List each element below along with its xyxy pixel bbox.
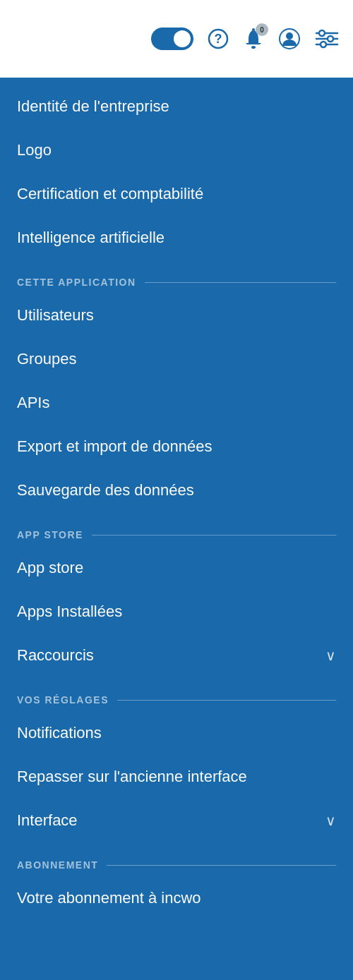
svg-point-9	[328, 36, 333, 42]
menu-item-interface[interactable]: Interface ∨	[0, 799, 353, 842]
chevron-down-icon: ∨	[325, 647, 336, 664]
svg-point-2	[251, 46, 256, 49]
header: ? 0	[0, 0, 353, 78]
settings-icon[interactable]	[315, 28, 339, 49]
section-title: ABONNEMENT	[17, 859, 98, 871]
menu-item-label: App store	[17, 559, 83, 577]
section-header-vos-reglages: VOS RÉGLAGES	[0, 677, 353, 711]
menu-item-label: Logo	[17, 141, 52, 159]
section-divider	[107, 865, 336, 866]
svg-point-5	[286, 32, 293, 40]
menu-item-ai[interactable]: Intelligence artificielle	[0, 216, 353, 260]
notification-badge: 0	[256, 23, 268, 36]
menu-item-label: Utilisateurs	[17, 306, 94, 325]
section-divider	[117, 700, 336, 701]
menu-item-identite[interactable]: Identité de l'entreprise	[0, 85, 353, 128]
menu-item-groupes[interactable]: Groupes	[0, 337, 353, 381]
menu-item-label: Interface	[17, 811, 78, 830]
theme-toggle[interactable]	[151, 28, 193, 50]
menu-item-label: APIs	[17, 394, 49, 412]
svg-point-7	[319, 30, 325, 36]
menu-item-utilisateurs[interactable]: Utilisateurs	[0, 294, 353, 337]
notification-icon[interactable]: 0	[243, 28, 264, 50]
section-divider	[92, 535, 336, 536]
toggle-knob	[174, 30, 191, 47]
section-header-abonnement: ABONNEMENT	[0, 842, 353, 876]
help-icon[interactable]: ?	[208, 28, 229, 49]
menu-item-sauvegarde[interactable]: Sauvegarde des données	[0, 468, 353, 512]
menu-item-label: Identité de l'entreprise	[17, 97, 169, 116]
section-title: APP STORE	[17, 529, 83, 540]
section-title: VOS RÉGLAGES	[17, 694, 109, 706]
menu-item-label: Votre abonnement à incwo	[17, 889, 201, 907]
menu-item-label: Apps Installées	[17, 603, 122, 621]
svg-point-11	[321, 42, 326, 47]
menu-item-apis[interactable]: APIs	[0, 381, 353, 425]
menu-item-label: Raccourcis	[17, 646, 94, 665]
menu-item-export[interactable]: Export et import de données	[0, 425, 353, 468]
menu-item-abonnement[interactable]: Votre abonnement à incwo	[0, 876, 353, 920]
menu-item-notifications[interactable]: Notifications	[0, 711, 353, 755]
menu-item-label: Intelligence artificielle	[17, 229, 164, 247]
menu-item-label: Repasser sur l'ancienne interface	[17, 768, 247, 786]
chevron-down-icon: ∨	[325, 812, 336, 829]
menu-item-logo[interactable]: Logo	[0, 128, 353, 172]
menu-item-apps-installees[interactable]: Apps Installées	[0, 590, 353, 634]
svg-point-3	[252, 28, 255, 31]
menu-item-label: Notifications	[17, 724, 102, 742]
main-menu: Identité de l'entreprise Logo Certificat…	[0, 78, 353, 927]
menu-item-label: Export et import de données	[17, 437, 212, 456]
section-divider	[145, 282, 336, 283]
section-header-cette-application: CETTE APPLICATION	[0, 260, 353, 294]
svg-text:?: ?	[215, 32, 222, 46]
menu-item-certification[interactable]: Certification et comptabilité	[0, 172, 353, 216]
menu-item-raccourcis[interactable]: Raccourcis ∨	[0, 634, 353, 677]
section-header-app-store: APP STORE	[0, 512, 353, 546]
menu-item-ancienne-interface[interactable]: Repasser sur l'ancienne interface	[0, 755, 353, 799]
menu-item-app-store[interactable]: App store	[0, 546, 353, 590]
avatar-icon[interactable]	[278, 28, 301, 50]
menu-item-label: Groupes	[17, 350, 76, 368]
menu-item-label: Sauvegarde des données	[17, 481, 194, 500]
section-title: CETTE APPLICATION	[17, 277, 136, 288]
menu-item-label: Certification et comptabilité	[17, 185, 203, 203]
